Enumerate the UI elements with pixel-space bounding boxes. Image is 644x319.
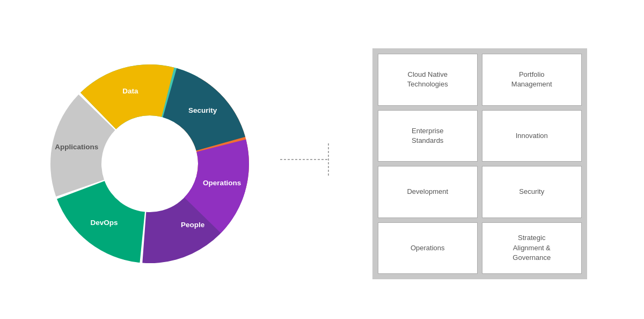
subdomains-grid: Cloud NativeTechnologiesPortfolioManagem… (372, 48, 587, 279)
segment-label: People (181, 221, 205, 229)
segment-label: Operations (203, 179, 241, 187)
segment-label: Applications (55, 143, 98, 151)
subdomain-cell: Operations (378, 222, 478, 274)
subdomain-cell: Security (482, 166, 582, 218)
subdomain-cell: Cloud NativeTechnologies (378, 54, 478, 106)
right-panel: Cloud NativeTechnologiesPortfolioManagem… (337, 40, 623, 279)
subdomain-cell: Innovation (482, 110, 582, 162)
subdomain-cell: EnterpriseStandards (378, 110, 478, 162)
segment-label: DevOps (90, 219, 118, 227)
connector (277, 138, 336, 181)
segment-label: Data (122, 87, 138, 95)
left-panel: Strategy &GovernanceInnovationPeopleDevO… (21, 42, 277, 277)
connector-svg (280, 138, 334, 181)
subdomain-cell: Development (378, 166, 478, 218)
donut-chart: Strategy &GovernanceInnovationPeopleDevO… (37, 51, 262, 277)
subdomain-cell: PortfolioManagement (482, 54, 582, 106)
subdomain-cell: StrategicAlignment &Governance (482, 222, 582, 274)
segment-label: Security (188, 106, 217, 114)
